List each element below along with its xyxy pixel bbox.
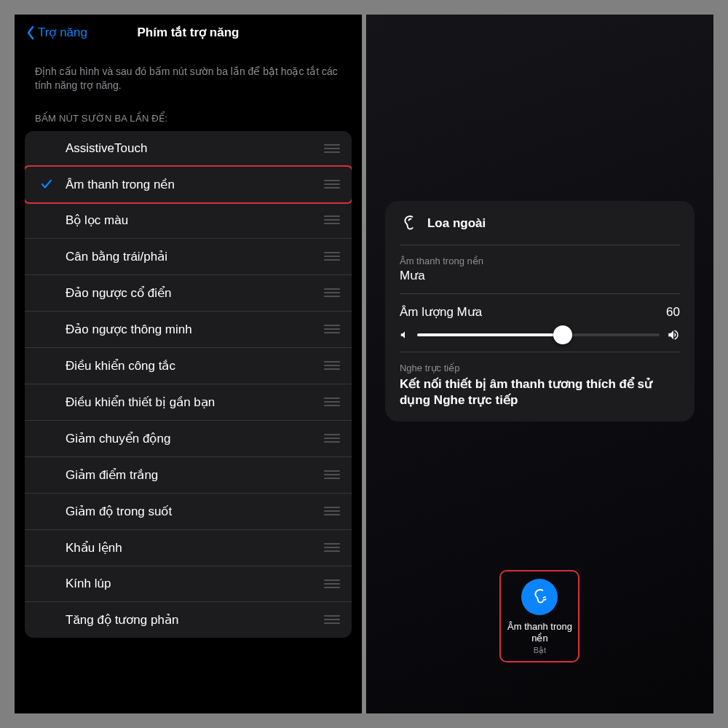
list-item[interactable]: AssistiveTouch xyxy=(25,131,352,167)
live-listen-header: Nghe trực tiếp xyxy=(400,363,680,373)
checkmark-icon xyxy=(39,249,54,264)
drag-handle-icon[interactable] xyxy=(324,180,340,189)
volume-low-icon xyxy=(400,330,410,340)
list-item-label: Điều khiển công tắc xyxy=(66,358,175,373)
back-button[interactable]: Trợ năng xyxy=(26,25,87,40)
volume-high-icon xyxy=(667,328,680,341)
settings-panel: Trợ năng Phím tắt trợ năng Định cấu hình… xyxy=(15,15,362,713)
checkmark-icon xyxy=(39,504,54,518)
back-label: Trợ năng xyxy=(38,25,87,40)
tile-status: Bật xyxy=(505,646,574,655)
list-item[interactable]: Kính lúp xyxy=(25,566,352,602)
ear-icon xyxy=(530,587,549,606)
drag-handle-icon[interactable] xyxy=(324,615,340,624)
live-listen-body: Kết nối thiết bị âm thanh tương thích để… xyxy=(400,376,680,408)
list-item[interactable]: Điều khiển công tắc xyxy=(25,348,352,384)
tile-label: Âm thanh trong nền xyxy=(505,621,574,645)
checkmark-icon xyxy=(39,285,54,300)
list-item-label: Âm thanh trong nền xyxy=(66,177,175,192)
list-item-label: Bộ lọc màu xyxy=(66,213,128,228)
volume-slider[interactable] xyxy=(417,333,660,336)
checkmark-icon xyxy=(39,431,54,446)
volume-label: Âm lượng Mưa xyxy=(400,304,482,320)
list-item-label: Đảo ngược cổ điển xyxy=(66,285,172,301)
card-header: Loa ngoài xyxy=(400,214,680,245)
list-item-label: Cân bằng trái/phải xyxy=(66,249,167,264)
drag-handle-icon[interactable] xyxy=(324,397,340,406)
list-item[interactable]: Giảm chuyển động xyxy=(25,421,352,457)
list-item[interactable]: Điều khiển thiết bị gần bạn xyxy=(25,384,352,421)
list-item[interactable]: Âm thanh trong nền xyxy=(25,165,352,204)
checkmark-icon xyxy=(39,395,54,409)
list-item-label: Điều khiển thiết bị gần bạn xyxy=(66,395,215,410)
list-item-label: Khẩu lệnh xyxy=(66,540,122,555)
tile-icon-circle xyxy=(521,579,558,615)
list-item[interactable]: Bộ lọc màu xyxy=(25,202,352,239)
intro-text: Định cấu hình và sau đó bấm nút sườn ba … xyxy=(15,50,362,92)
volume-value: 60 xyxy=(666,305,680,320)
hearing-card: Loa ngoài Âm thanh trong nền Mưa Âm lượn… xyxy=(385,201,695,422)
card-title: Loa ngoài xyxy=(427,216,486,231)
drag-handle-icon[interactable] xyxy=(324,325,340,333)
list-item-label: AssistiveTouch xyxy=(66,141,147,156)
nav-header: Trợ năng Phím tắt trợ năng xyxy=(15,15,362,50)
checkmark-icon xyxy=(39,577,54,591)
list-item[interactable]: Khẩu lệnh xyxy=(25,530,352,566)
drag-handle-icon[interactable] xyxy=(324,434,340,443)
list-item-label: Giảm chuyển động xyxy=(66,431,170,446)
bg-sound-label: Âm thanh trong nền xyxy=(400,256,680,266)
control-center-panel: Loa ngoài Âm thanh trong nền Mưa Âm lượn… xyxy=(366,15,713,713)
volume-section: Âm lượng Mưa 60 xyxy=(400,294,680,352)
drag-handle-icon[interactable] xyxy=(324,543,340,552)
drag-handle-icon[interactable] xyxy=(324,252,340,261)
drag-handle-icon[interactable] xyxy=(324,507,340,515)
checkmark-icon xyxy=(39,213,54,227)
drag-handle-icon[interactable] xyxy=(324,361,340,370)
drag-handle-icon[interactable] xyxy=(324,288,340,297)
list-item-label: Tăng độ tương phản xyxy=(66,612,178,628)
live-listen-section[interactable]: Nghe trực tiếp Kết nối thiết bị âm thanh… xyxy=(400,352,680,408)
drag-handle-icon[interactable] xyxy=(324,470,340,479)
checkmark-icon xyxy=(39,358,54,373)
ear-icon xyxy=(400,214,419,233)
list-item[interactable]: Tăng độ tương phản xyxy=(25,602,352,638)
checkmark-icon xyxy=(39,612,54,627)
background-sound-tile[interactable]: Âm thanh trong nền Bật xyxy=(499,570,579,663)
checkmark-icon xyxy=(39,177,54,191)
drag-handle-icon[interactable] xyxy=(324,144,340,153)
checkmark-icon xyxy=(39,540,54,555)
drag-handle-icon[interactable] xyxy=(324,579,340,588)
list-item-label: Đảo ngược thông minh xyxy=(66,322,192,337)
list-item[interactable]: Cân bằng trái/phải xyxy=(25,239,352,275)
checkmark-icon xyxy=(39,141,54,156)
checkmark-icon xyxy=(39,322,54,336)
list-item[interactable]: Đảo ngược cổ điển xyxy=(25,275,352,312)
shortcut-list: AssistiveTouchÂm thanh trong nềnBộ lọc m… xyxy=(25,131,352,638)
list-item[interactable]: Giảm độ trong suốt xyxy=(25,494,352,530)
background-sound-section[interactable]: Âm thanh trong nền Mưa xyxy=(400,245,680,294)
drag-handle-icon[interactable] xyxy=(324,215,340,224)
section-header: BẤM NÚT SƯỜN BA LẦN ĐỂ: xyxy=(15,92,362,131)
checkmark-icon xyxy=(39,467,54,482)
chevron-left-icon xyxy=(26,25,35,40)
list-item[interactable]: Đảo ngược thông minh xyxy=(25,312,352,348)
list-item[interactable]: Giảm điểm trắng xyxy=(25,457,352,494)
bg-sound-value: Mưa xyxy=(400,268,680,283)
list-item-label: Kính lúp xyxy=(66,577,111,591)
list-item-label: Giảm điểm trắng xyxy=(66,467,158,483)
list-item-label: Giảm độ trong suốt xyxy=(66,504,172,519)
